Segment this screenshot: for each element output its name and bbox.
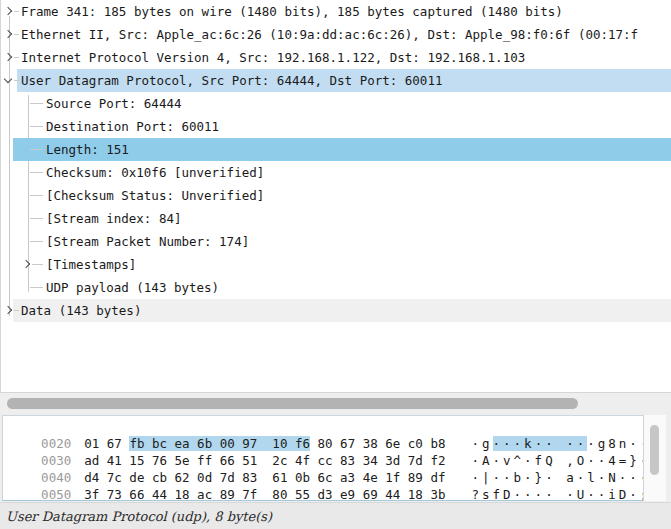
- tree-row-stream-index[interactable]: [Stream index: 84]: [1, 207, 671, 230]
- tree-dash: [30, 195, 43, 196]
- tree-row-label: [Stream index: 84]: [46, 207, 181, 230]
- chevron-down-icon[interactable]: [4, 75, 12, 83]
- tree-row-checksum-status[interactable]: [Checksum Status: Unverified]: [1, 184, 671, 207]
- tree-dash: [14, 310, 19, 311]
- tree-row-label: [Stream Packet Number: 174]: [46, 230, 249, 253]
- tree-row-length[interactable]: Length: 151: [1, 138, 671, 161]
- hex-bytes[interactable]: 01 67: [84, 436, 129, 451]
- ascii-text: ·g: [471, 436, 492, 451]
- hex-bytes[interactable]: 3f 73 66 44 18 ac 89 7f 80 55 d3 e9 69 4…: [84, 487, 445, 501]
- tree-dash: [32, 264, 43, 265]
- tree-dash: [14, 11, 19, 12]
- tree-row-data[interactable]: Data (143 bytes): [1, 299, 671, 322]
- status-bar: User Datagram Protocol (udp), 8 byte(s): [0, 502, 671, 529]
- tree-row-timestamps[interactable]: [Timestamps]: [1, 253, 671, 276]
- ascii-text: ·|··b·}· a·l·N···: [471, 470, 644, 485]
- tree-dash: [30, 218, 43, 219]
- tree-row-label: Checksum: 0x10f6 [unverified]: [46, 161, 264, 184]
- ascii-column[interactable]: ·A·v^·fQ ,O··4=}·: [471, 453, 644, 468]
- tree-row-label: Destination Port: 60011: [46, 115, 219, 138]
- tree-row-label: Ethernet II, Src: Apple_ac:6c:26 (10:9a:…: [21, 23, 638, 46]
- ascii-column[interactable]: ·|··b·}· a·l·N···: [471, 470, 644, 485]
- horizontal-scrollbar[interactable]: [0, 394, 671, 414]
- tree-row-destination-port[interactable]: Destination Port: 60011: [1, 115, 671, 138]
- ascii-text-selected: ···k·· ··: [493, 436, 588, 451]
- tree-dash: [30, 241, 43, 242]
- tree-row-ipv4[interactable]: Internet Protocol Version 4, Src: 192.16…: [1, 46, 671, 69]
- vertical-scrollbar-thumb[interactable]: [650, 425, 659, 475]
- tree-row-label: Length: 151: [46, 138, 129, 161]
- tree-dash: [30, 287, 43, 288]
- tree-dash: [30, 126, 43, 127]
- hex-offset: 0040: [41, 470, 71, 485]
- hex-offset: 0020: [41, 436, 71, 451]
- tree-row-label: Source Port: 64444: [46, 92, 181, 115]
- tree-row-label: [Timestamps]: [46, 253, 136, 276]
- tree-row-label: User Datagram Protocol, Src Port: 64444,…: [21, 69, 442, 92]
- tree-dash: [30, 149, 43, 150]
- ascii-text: ·g8n··: [587, 436, 644, 451]
- tree-row-udp-payload[interactable]: UDP payload (143 bytes): [1, 276, 671, 299]
- tree-row-udp[interactable]: User Datagram Protocol, Src Port: 64444,…: [1, 69, 671, 92]
- ascii-text: ?sfD···· ·U··iD·;: [471, 487, 644, 501]
- tree-row-label: Internet Protocol Version 4, Src: 192.16…: [21, 46, 525, 69]
- hex-offset: 0050: [41, 487, 71, 501]
- tree-row-label: Frame 341: 185 bytes on wire (1480 bits)…: [21, 0, 563, 23]
- hex-bytes[interactable]: ad 41 15 76 5e ff 66 51 2c 4f cc 83 34 3…: [84, 453, 445, 468]
- chevron-right-icon[interactable]: [4, 53, 12, 61]
- tree-row-source-port[interactable]: Source Port: 64444: [1, 92, 671, 115]
- tree-row-label: [Checksum Status: Unverified]: [46, 184, 264, 207]
- chevron-right-icon[interactable]: [22, 260, 30, 268]
- tree-row-stream-packet-number[interactable]: [Stream Packet Number: 174]: [1, 230, 671, 253]
- ascii-text: ·A·v^·fQ ,O··4=}·: [471, 453, 644, 468]
- hex-bytes[interactable]: 80 67 38 6e c0 b8: [310, 436, 445, 451]
- vertical-scrollbar[interactable]: [644, 415, 666, 501]
- tree-row-label: Data (143 bytes): [21, 299, 141, 322]
- tree-dash: [14, 80, 19, 81]
- tree-row-ethernet[interactable]: Ethernet II, Src: Apple_ac:6c:26 (10:9a:…: [1, 23, 671, 46]
- chevron-right-icon[interactable]: [4, 7, 12, 15]
- tree-dash: [14, 34, 19, 35]
- ascii-column[interactable]: ?sfD···· ·U··iD·;: [471, 487, 644, 501]
- status-field-info: User Datagram Protocol (udp), 8 byte(s): [6, 509, 272, 524]
- chevron-right-icon[interactable]: [4, 306, 12, 314]
- tree-row-checksum[interactable]: Checksum: 0x10f6 [unverified]: [1, 161, 671, 184]
- hex-offset: 0030: [41, 453, 71, 468]
- tree-row-frame[interactable]: Frame 341: 185 bytes on wire (1480 bits)…: [1, 0, 671, 23]
- tree-dash: [30, 172, 43, 173]
- hex-bytes-selected[interactable]: fb bc ea 6b 00 97 10 f6: [129, 436, 310, 451]
- chevron-right-icon[interactable]: [4, 30, 12, 38]
- packet-bytes-pane: 002001 67 fb bc ea 6b 00 97 10 f6 80 67 …: [2, 415, 644, 501]
- horizontal-scrollbar-thumb[interactable]: [7, 398, 578, 409]
- packet-details-pane: Frame 341: 185 bytes on wire (1480 bits)…: [0, 0, 671, 393]
- hex-bytes[interactable]: d4 7c de cb 62 0d 7d 83 61 0b 6c a3 4e 1…: [84, 470, 445, 485]
- ascii-column[interactable]: ·g···k·· ···g8n··: [471, 436, 644, 451]
- hex-row[interactable]: 002001 67 fb bc ea 6b 00 97 10 f6 80 67 …: [11, 418, 643, 435]
- tree-row-label: UDP payload (143 bytes): [46, 276, 219, 299]
- tree-dash: [30, 103, 43, 104]
- tree-dash: [14, 57, 19, 58]
